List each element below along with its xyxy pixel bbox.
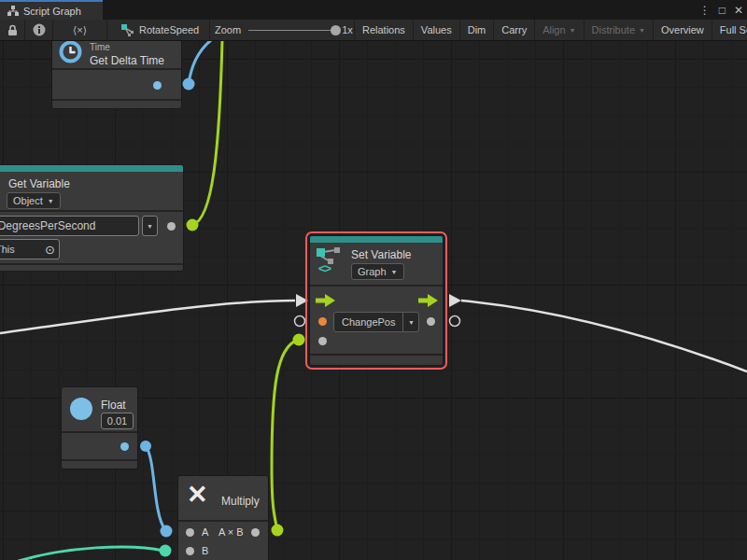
- wire-end-dot[interactable]: [187, 219, 199, 231]
- align-dropdown[interactable]: Align▼: [535, 20, 584, 40]
- node-category: Time: [90, 42, 110, 52]
- graph-name: RotateSpeed: [139, 24, 199, 35]
- graph-canvas[interactable]: Time Get Delta Time Get Variable Object …: [0, 41, 747, 560]
- flow-out-arrowhead: [449, 294, 461, 307]
- wire-into-b[interactable]: [19, 547, 163, 560]
- graph-breadcrumb[interactable]: RotateSpeed: [107, 20, 210, 40]
- dropdown-divider: [402, 313, 403, 331]
- node-title: Get Variable: [8, 177, 70, 190]
- chevron-down-icon: ▼: [147, 223, 153, 230]
- wire-end-dot[interactable]: [161, 525, 173, 538]
- input-port-variable-name[interactable]: [318, 317, 327, 326]
- variable-node-header-bar: [0, 165, 183, 172]
- wire-flow-in[interactable]: [0, 301, 295, 333]
- output-port-float[interactable]: [120, 442, 129, 451]
- wire-get-variable[interactable]: [192, 41, 222, 225]
- wire-end-dot[interactable]: [183, 78, 195, 91]
- object-picker-icon[interactable]: ⊙: [45, 244, 55, 256]
- variable-node-header-bar: [310, 236, 443, 243]
- dim-button[interactable]: Dim: [460, 20, 495, 40]
- variable-scope-dropdown[interactable]: Object ▼: [7, 192, 61, 209]
- output-port-delta-time[interactable]: [153, 81, 162, 90]
- variable-name-dropdown-button[interactable]: ▼: [142, 216, 158, 236]
- close-icon[interactable]: ✕: [734, 4, 743, 17]
- unconnected-port-ring[interactable]: [450, 316, 460, 327]
- wire-end-dot[interactable]: [160, 545, 172, 557]
- zoom-control: Zoom 1x: [210, 20, 355, 40]
- graph-hierarchy-icon: [7, 6, 19, 16]
- distribute-dropdown[interactable]: Distribute▼: [585, 20, 654, 40]
- chevrons-icon: <>: [318, 261, 331, 275]
- variable-name-dropdown[interactable]: ChangePos ▼: [333, 312, 419, 332]
- node-get-variable[interactable]: Get Variable Object ▼ RotationDegreesPer…: [0, 164, 184, 272]
- full-screen-button[interactable]: Full Screen: [712, 20, 747, 40]
- menu-icon[interactable]: ⋮: [699, 4, 711, 17]
- unity-visual-scripting-window: Script Graph ⋮ □ ✕ ⟨×⟩: [0, 0, 747, 560]
- maximize-icon[interactable]: □: [719, 4, 726, 17]
- toolbar-buttons: Relations Values Dim Carry Align▼ Distri…: [355, 20, 747, 40]
- flow-output-port[interactable]: [418, 294, 439, 307]
- unconnected-port-ring[interactable]: [295, 316, 305, 327]
- float-icon: [70, 398, 92, 420]
- node-multiply[interactable]: ✕ Multiply A A × B B: [177, 475, 269, 560]
- variable-scope-dropdown[interactable]: Graph ▼: [351, 263, 404, 280]
- output-port-variable-value[interactable]: [167, 222, 176, 231]
- node-float[interactable]: Float 0.01: [61, 386, 138, 469]
- zoom-slider-handle[interactable]: [331, 25, 341, 35]
- variable-name-field[interactable]: RotationDegreesPerSecond: [0, 216, 139, 236]
- wire-multiply-result[interactable]: [272, 340, 298, 530]
- wire-end-dot[interactable]: [140, 441, 151, 452]
- flow-input-port[interactable]: [316, 294, 336, 307]
- output-port-value[interactable]: [427, 317, 435, 326]
- node-get-delta-time[interactable]: Time Get Delta Time: [51, 41, 182, 109]
- wire-flow-out[interactable]: [461, 301, 747, 371]
- relations-button[interactable]: Relations: [355, 20, 414, 40]
- tab-bar: Script Graph ⋮ □ ✕: [0, 0, 747, 20]
- port-label-result: A × B: [218, 526, 244, 538]
- zoom-label: Zoom: [215, 24, 241, 35]
- values-button[interactable]: Values: [414, 20, 460, 40]
- info-button[interactable]: [25, 20, 53, 40]
- carry-button[interactable]: Carry: [494, 20, 535, 40]
- node-title: Multiply: [221, 495, 260, 508]
- script-graph-icon: [121, 24, 134, 36]
- node-set-variable[interactable]: <> Set Variable Graph ▼ ChangePos ▼: [309, 235, 444, 366]
- lock-button[interactable]: [0, 20, 25, 40]
- graph-toolbar: ⟨×⟩ RotateSpeed Zoom 1x Relations Values…: [0, 20, 747, 41]
- input-port-value[interactable]: [318, 337, 327, 345]
- node-title: Get Delta Time: [90, 54, 164, 67]
- info-icon: [33, 23, 46, 36]
- chevron-down-icon: ▼: [391, 269, 398, 275]
- float-value-input[interactable]: 0.01: [101, 413, 134, 429]
- input-port-b[interactable]: [186, 547, 194, 555]
- wire-end-dot[interactable]: [272, 525, 284, 537]
- chevron-down-icon: ▼: [639, 27, 645, 34]
- chevron-down-icon: ▼: [48, 198, 54, 204]
- wire-float-value[interactable]: [146, 446, 165, 530]
- tab-script-graph[interactable]: Script Graph: [0, 0, 103, 20]
- inspect-values-button[interactable]: ⟨×⟩: [53, 20, 107, 40]
- node-title: Set Variable: [351, 248, 411, 261]
- flow-in-arrowhead: [296, 294, 308, 307]
- chevron-down-icon: ▼: [404, 319, 418, 326]
- chevron-down-icon: ▼: [570, 27, 576, 34]
- output-port-result[interactable]: [251, 528, 260, 537]
- clock-icon: [58, 41, 83, 64]
- node-title: Float: [101, 399, 126, 412]
- port-label-a: A: [202, 526, 208, 538]
- lock-icon: [7, 24, 18, 36]
- port-label-b: B: [202, 545, 208, 556]
- zoom-value: 1x: [342, 24, 353, 35]
- window-controls: ⋮ □ ✕: [699, 0, 743, 20]
- input-port-a[interactable]: [186, 528, 194, 537]
- overview-button[interactable]: Overview: [654, 20, 712, 40]
- wire-delta-time[interactable]: [189, 41, 211, 84]
- target-object-field[interactable]: This ⊙: [0, 239, 60, 259]
- multiply-icon: ✕: [187, 483, 208, 508]
- tab-label: Script Graph: [23, 6, 81, 17]
- wire-end-dot[interactable]: [293, 334, 305, 346]
- zoom-slider-track[interactable]: [248, 30, 336, 31]
- code-icon: ⟨×⟩: [73, 24, 87, 36]
